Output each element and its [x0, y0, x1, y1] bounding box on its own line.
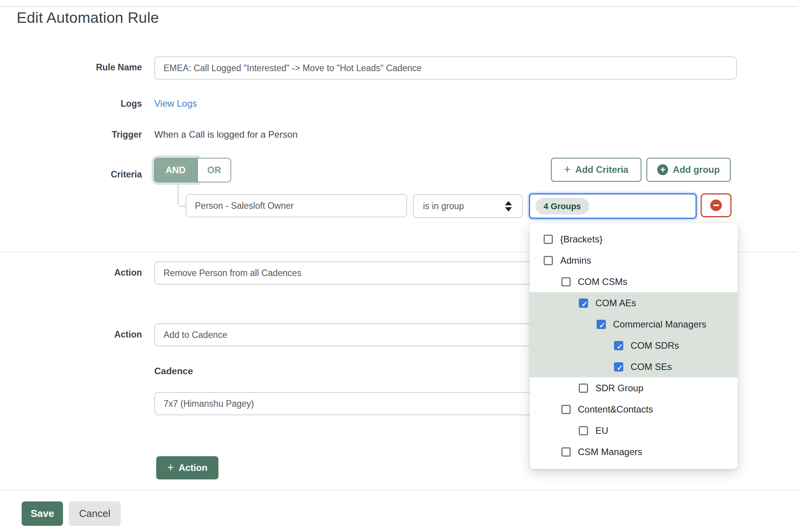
groups-dropdown-list: {Brackets}AdminsCOM CSMsCOM AEsCommercia… — [530, 228, 738, 462]
action-2-label: Action — [0, 329, 142, 340]
group-option-label: Commercial Managers — [613, 319, 706, 330]
checkbox-checked-icon[interactable] — [614, 341, 623, 350]
add-criteria-label: Add Criteria — [575, 164, 628, 175]
group-option[interactable]: COM SDRs — [530, 335, 738, 356]
plus-circle-icon: + — [657, 164, 668, 175]
checkbox-unchecked-icon[interactable] — [579, 384, 588, 393]
group-option[interactable]: Commercial Managers — [530, 314, 738, 335]
add-group-button[interactable]: + Add group — [646, 158, 731, 182]
group-option[interactable]: SDR Group — [530, 377, 738, 399]
plus-icon: + — [564, 164, 571, 175]
checkbox-checked-icon[interactable] — [579, 298, 588, 308]
and-toggle-button[interactable]: AND — [154, 158, 197, 182]
group-option[interactable]: {Brackets} — [530, 228, 738, 250]
cadence-label: Cadence — [154, 366, 193, 377]
checkbox-unchecked-icon[interactable] — [561, 447, 571, 457]
action-1-label: Action — [0, 268, 142, 278]
plus-icon: + — [167, 462, 174, 473]
criteria-field-input[interactable] — [186, 194, 407, 217]
remove-criteria-button[interactable] — [701, 193, 732, 217]
trigger-label: Trigger — [0, 130, 142, 140]
add-criteria-button[interactable]: + Add Criteria — [551, 158, 641, 182]
group-option[interactable]: COM SEs — [530, 356, 738, 377]
group-option[interactable]: EU — [530, 420, 738, 441]
group-option[interactable]: COM AEs — [530, 292, 738, 314]
group-option-label: Admins — [560, 255, 591, 266]
cancel-button[interactable]: Cancel — [69, 501, 121, 526]
trigger-value: When a Call is logged for a Person — [154, 129, 298, 140]
checkbox-unchecked-icon[interactable] — [544, 256, 553, 265]
minus-circle-icon — [710, 200, 722, 211]
footer-divider — [0, 490, 798, 491]
and-or-toggle: AND OR — [154, 158, 231, 182]
checkbox-unchecked-icon[interactable] — [561, 405, 571, 414]
group-option-label: COM SDRs — [631, 340, 679, 351]
logs-label: Logs — [0, 99, 142, 109]
criteria-operator-value: is in group — [414, 201, 505, 211]
group-option-label: COM CSMs — [578, 276, 627, 287]
group-option[interactable]: COM CSMs — [530, 271, 738, 292]
top-divider — [0, 6, 798, 7]
group-option-label: SDR Group — [595, 383, 643, 394]
view-logs-link[interactable]: View Logs — [154, 98, 197, 109]
checkbox-checked-icon[interactable] — [614, 362, 623, 372]
select-updown-icon — [505, 201, 512, 211]
group-option-label: CSM Managers — [578, 447, 643, 457]
or-toggle-button[interactable]: OR — [197, 158, 231, 182]
criteria-label: Criteria — [0, 169, 142, 180]
page-title: Edit Automation Rule — [17, 9, 159, 26]
criteria-groups-multiselect[interactable]: 4 Groups — [529, 193, 697, 219]
add-group-label: Add group — [673, 164, 720, 175]
group-option-label: {Brackets} — [560, 234, 602, 245]
group-option-label: COM AEs — [595, 298, 636, 309]
checkbox-checked-icon[interactable] — [597, 320, 606, 329]
group-option[interactable]: CSM Managers — [530, 441, 738, 462]
rule-name-input[interactable] — [154, 56, 737, 80]
group-option[interactable]: Content&Contacts — [530, 399, 738, 420]
groups-dropdown: {Brackets}AdminsCOM CSMsCOM AEsCommercia… — [530, 223, 738, 469]
group-option-label: COM SEs — [631, 361, 672, 372]
edit-automation-rule-page: Edit Automation Rule Rule Name Logs View… — [0, 0, 798, 532]
add-action-button[interactable]: + Action — [156, 456, 218, 479]
checkbox-unchecked-icon[interactable] — [579, 426, 588, 435]
groups-count-pill: 4 Groups — [535, 198, 589, 215]
group-option[interactable]: Admins — [530, 250, 738, 271]
save-button[interactable]: Save — [22, 501, 63, 526]
group-option-label: Content&Contacts — [578, 404, 653, 415]
checkbox-unchecked-icon[interactable] — [544, 235, 553, 244]
rule-name-label: Rule Name — [0, 62, 142, 73]
group-option-label: EU — [595, 425, 608, 436]
add-action-label: Action — [179, 462, 208, 473]
criteria-operator-select[interactable]: is in group — [413, 194, 523, 218]
checkbox-unchecked-icon[interactable] — [561, 277, 571, 286]
